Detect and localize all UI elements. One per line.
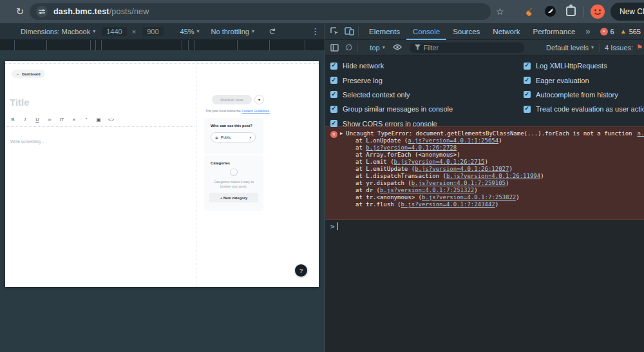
error-source-link[interactable]: a.js?v — [632, 130, 644, 137]
publish-now-button[interactable]: Publish now — [212, 95, 252, 104]
error-stack-trace: at L.onUpdate (a.js?version=4.0.1:1:2565… — [340, 137, 639, 208]
checkbox-checked-icon[interactable] — [524, 63, 531, 70]
chevron-down-icon: ▾ — [197, 28, 200, 34]
checkbox-checked-icon[interactable] — [524, 91, 531, 98]
stack-text: at L.emit ( — [355, 159, 394, 165]
stack-source-link[interactable]: b.js?version=4.0.1:7:259105 — [412, 180, 506, 186]
console-setting-checkbox[interactable]: Selected context only — [330, 88, 453, 102]
devtools-tab[interactable]: Console — [406, 23, 446, 40]
stack-frame: at L.emitUpdate (b.js?version=4.0.1:26:1… — [355, 166, 639, 173]
settings-column-left: Hide networkPreserve logSelected context… — [330, 59, 453, 131]
reload-icon[interactable]: ↻ — [14, 6, 26, 17]
issues-flag-icon: ⚑ — [636, 43, 643, 52]
help-button[interactable]: ? — [295, 264, 307, 277]
devtools-tab[interactable]: Sources — [446, 23, 486, 40]
console-setting-checkbox[interactable]: Hide network — [330, 59, 453, 73]
address-bar[interactable]: dash.bmc.test/posts/new — [30, 3, 491, 20]
new-chrome-button[interactable]: New Ch — [611, 3, 644, 21]
editor-format-icon[interactable]: tT — [59, 117, 64, 122]
log-levels-select[interactable]: Default levels▾ — [546, 44, 594, 52]
more-tabs-icon[interactable]: » — [582, 26, 594, 36]
console-setting-checkbox[interactable]: Autocomplete from history — [524, 88, 644, 102]
stack-source-link[interactable]: b.js?version=4.0.1:7:253822 — [422, 194, 516, 200]
console-setting-checkbox[interactable]: Group similar messages in console — [330, 102, 453, 116]
editor-divider — [6, 126, 194, 127]
stack-frame: at tr.flush (b.js?version=4.0.1:7:243442… — [355, 201, 639, 208]
checkbox-checked-icon[interactable] — [330, 120, 337, 127]
back-to-dashboard-button[interactable]: ← Dashboard — [12, 70, 45, 78]
content-guidelines-link[interactable]: Content Guidelines. — [242, 109, 270, 113]
error-icon: × — [600, 28, 608, 35]
inspect-element-icon[interactable] — [330, 27, 339, 36]
broom-extension-icon[interactable] — [526, 7, 535, 16]
checkbox-checked-icon[interactable] — [330, 63, 337, 70]
stack-source-link[interactable]: b.js?version=4.0.1:7:251322 — [380, 187, 474, 193]
rotate-device-icon[interactable]: ↻ — [267, 28, 277, 35]
stack-source-link[interactable]: b.js?version=4.0.1:26:11994 — [446, 173, 540, 179]
new-category-button[interactable]: + New category — [209, 193, 258, 202]
visibility-select[interactable]: ⊕ Public ▾ — [211, 132, 256, 142]
dark-extension-icon[interactable] — [545, 6, 556, 17]
text-cursor — [337, 222, 338, 230]
editor-format-icon[interactable]: ≡ — [71, 117, 77, 122]
console-setting-checkbox[interactable]: Log XMLHttpRequests — [524, 59, 644, 73]
checkbox-checked-icon[interactable] — [330, 77, 337, 84]
console-setting-checkbox[interactable]: Eager evaluation — [524, 73, 644, 87]
console-setting-checkbox[interactable]: Show CORS errors in console — [330, 117, 453, 131]
stack-source-link[interactable]: a.js?version=4.0.1:1:25654 — [408, 137, 498, 144]
error-count-badge[interactable]: ×6 — [600, 28, 614, 35]
site-settings-icon[interactable] — [36, 6, 48, 17]
issues-counter[interactable]: 4 Issues:⚑ — [605, 43, 643, 52]
post-title-input[interactable]: Title — [10, 97, 30, 108]
console-sidebar-icon[interactable] — [330, 44, 339, 52]
stack-source-link[interactable]: b.js?version=4.0.1:7:243442 — [401, 201, 495, 208]
extensions-puzzle-icon[interactable] — [566, 6, 576, 16]
stack-source-link[interactable]: b.js?version=4.0.1:26:12027 — [415, 166, 509, 172]
throttling-select[interactable]: No throttling▾ — [211, 28, 254, 35]
expand-triangle-icon[interactable]: ▶ — [340, 130, 343, 137]
editor-format-icon[interactable]: <> — [108, 117, 113, 122]
console-prompt[interactable]: > — [325, 220, 644, 233]
viewport-height-input[interactable]: 900 — [142, 27, 163, 36]
devtools-tab[interactable]: Elements — [363, 23, 406, 40]
editor-format-icon[interactable]: U — [35, 117, 40, 122]
url-text[interactable]: dash.bmc.test/posts/new — [53, 7, 149, 16]
stack-source-link[interactable]: b.js?version=4.0.1:26:2728 — [366, 144, 457, 151]
checkbox-checked-icon[interactable] — [524, 106, 531, 113]
profile-avatar[interactable] — [591, 5, 605, 19]
checkbox-checked-icon[interactable] — [330, 106, 337, 113]
checkbox-checked-icon[interactable] — [330, 91, 337, 98]
url-path: /posts/new — [109, 7, 149, 16]
console-setting-checkbox[interactable]: Treat code evaluation as user action — [524, 102, 644, 116]
editor-format-icon[interactable]: B — [10, 117, 15, 122]
live-expression-icon[interactable] — [393, 44, 402, 52]
dimensions-select[interactable]: Dimensions: Macbook — [21, 28, 90, 35]
tab-label: Sources — [453, 28, 480, 35]
editor-format-icon[interactable]: ∞ — [47, 117, 52, 122]
stack-source-link[interactable]: b.js?version=4.0.1:26:2715 — [394, 159, 485, 165]
stack-frame: at L.dispatchTransaction (b.js?version=4… — [355, 173, 639, 180]
bookmark-star-icon[interactable]: ☆ — [496, 6, 504, 17]
screen: ↻ dash.bmc.test/posts/new ☆ New Ch Dimen… — [0, 0, 644, 352]
devtools-tab[interactable]: Network — [486, 23, 526, 40]
editor-format-icon[interactable]: ▣ — [96, 117, 101, 122]
devtools-tab[interactable]: Performance — [527, 23, 582, 40]
console-setting-checkbox[interactable]: Preserve log — [330, 73, 453, 87]
editor-format-icon[interactable]: ” — [84, 117, 89, 122]
editor-body-input[interactable]: Write something... — [10, 139, 44, 144]
clear-console-icon[interactable]: ∅ — [345, 43, 352, 52]
viewport-width-input[interactable]: 1440 — [102, 27, 126, 36]
guidelines-note: This post must follow the Content Guidel… — [200, 109, 275, 113]
console-toolbar: ∅ top▾ Filter Default levels▾ 4 Issues:⚑ — [325, 40, 644, 55]
execution-context-select[interactable]: top▾ — [370, 44, 384, 52]
warning-count-badge[interactable]: ▲565 — [620, 28, 641, 35]
checkbox-checked-icon[interactable] — [524, 77, 531, 84]
device-toolbar-toggle-icon[interactable] — [345, 27, 354, 35]
zoom-select[interactable]: 45%▾ — [180, 28, 200, 35]
categories-card-title: Categories — [211, 161, 230, 165]
publish-options-button[interactable]: ▾ — [254, 95, 264, 104]
console-filter-input[interactable]: Filter — [410, 43, 524, 53]
editor-format-icon[interactable]: I — [23, 117, 28, 122]
stack-text: ) — [516, 194, 519, 200]
device-mode-menu-icon[interactable]: ⋮ — [311, 26, 319, 36]
